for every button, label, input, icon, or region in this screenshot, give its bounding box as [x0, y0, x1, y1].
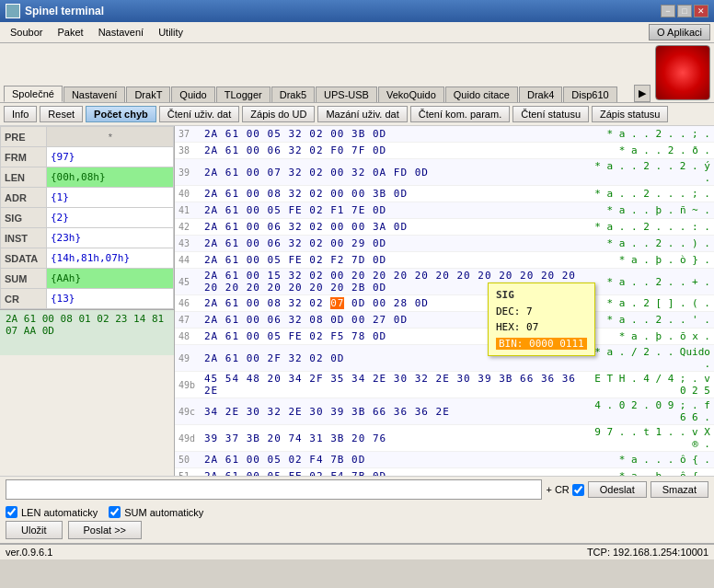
zapis-statusu-button[interactable]: Zápis statusu: [592, 106, 668, 122]
bottom-data-display: 2A 61 00 08 01 02 23 14 81 07 AA 0D: [0, 309, 174, 355]
hex-bytes: 2A 61 00 06 32 02 F0 7F 0D: [204, 144, 582, 156]
hex-row: 432A 61 00 06 32 02 00 29 0D* a . . 2 . …: [175, 236, 714, 252]
pre-value: *: [47, 127, 174, 147]
menu-utility[interactable]: Utility: [152, 24, 190, 40]
hex-row: 49c34 2E 30 32 2E 30 39 3B 66 36 36 2E4 …: [175, 398, 714, 425]
sdata-value[interactable]: {14h,81h,07h}: [47, 248, 174, 269]
ulozit-button[interactable]: Uložit: [6, 521, 63, 539]
tooltip-hex: HEX: 07: [496, 319, 587, 336]
command-input[interactable]: [6, 479, 542, 500]
len-value[interactable]: {00h,08h}: [47, 167, 174, 188]
hex-ascii: * a . . 2 . . 2 . ý .: [582, 160, 710, 184]
window-controls: − □ ✕: [661, 5, 708, 17]
highlighted-byte: 07: [330, 297, 344, 309]
tab-disp610[interactable]: Disp610: [563, 86, 616, 102]
menu-soubor[interactable]: Soubor: [4, 24, 49, 40]
hex-bytes: 2A 61 00 05 02 F4 7B 0D: [204, 454, 582, 466]
frm-row: FRM {97}: [1, 147, 174, 167]
odeslat-button[interactable]: Odeslat: [588, 481, 647, 498]
zapis-do-ud-button[interactable]: Zápis do UD: [242, 106, 315, 122]
hex-ascii: 9 7 . . t 1 . . v X ® .: [582, 426, 710, 450]
hex-ascii: * a . . . ô { .: [582, 454, 710, 466]
cteni-uziv-dat-button[interactable]: Čtení uživ. dat: [159, 106, 240, 122]
hex-ascii: * a . þ . ô { .: [582, 470, 710, 476]
hex-row: 382A 61 00 06 32 02 F0 7F 0D* a . . 2 . …: [175, 143, 714, 159]
hex-row: 412A 61 00 05 FE 02 F1 7E 0D* a . . þ . …: [175, 202, 714, 219]
hex-line-number: 37: [178, 129, 204, 139]
len-auto-checkbox[interactable]: [6, 506, 17, 518]
cteni-statusu-button[interactable]: Čtení statusu: [512, 106, 589, 122]
sig-label: SIG: [1, 208, 47, 228]
sig-value[interactable]: {2}: [47, 208, 174, 228]
adr-value[interactable]: {1}: [47, 188, 174, 208]
menu-nastaveni[interactable]: Nastavení: [92, 24, 151, 40]
inst-row: INST {23h}: [1, 228, 174, 248]
menu-paket[interactable]: Paket: [51, 24, 89, 40]
hex-bytes: 39 37 3B 20 74 31 3B 20 76: [204, 432, 582, 444]
hex-ascii: * a . . 2 . . . ; .: [582, 188, 710, 200]
smazat-button[interactable]: Smazat: [651, 481, 708, 498]
top-tab-bar: Společné Nastavení DrakT Quido TLogger D…: [0, 43, 714, 103]
tab-vekoquido[interactable]: VekoQuido: [378, 86, 444, 102]
tab-spolecne[interactable]: Společné: [4, 86, 63, 102]
hex-bytes: 2A 61 00 05 FE 02 F4 7B 0D: [204, 470, 582, 476]
hex-line-number: 49: [178, 353, 204, 363]
maximize-button[interactable]: □: [677, 5, 692, 17]
tooltip-bin-label: BIN: 0000 0111: [496, 338, 587, 350]
tab-arrow[interactable]: ▶: [634, 85, 651, 102]
tab-ups-usb[interactable]: UPS-USB: [316, 86, 377, 102]
hex-row: 49d39 37 3B 20 74 31 3B 20 769 7 . . t 1…: [175, 425, 714, 452]
hex-scroll[interactable]: 372A 61 00 05 32 02 00 3B 0D* a . . 2 . …: [175, 126, 714, 476]
logo-image: [655, 45, 710, 100]
inst-value[interactable]: {23h}: [47, 228, 174, 248]
hex-bytes: 2A 61 00 05 FE 02 F1 7E 0D: [204, 204, 582, 216]
hex-ascii: * a . . þ . ñ ~ .: [582, 204, 710, 216]
hex-row: 372A 61 00 05 32 02 00 3B 0D* a . . 2 . …: [175, 126, 714, 143]
tab-drak5[interactable]: Drak5: [271, 86, 315, 102]
reset-button[interactable]: Reset: [40, 106, 83, 122]
hex-line-number: 45: [178, 277, 204, 287]
tab-quido[interactable]: Quido: [171, 86, 214, 102]
checkbox-row: LEN automaticky SUM automaticky: [6, 506, 708, 518]
mazani-uziv-dat-button[interactable]: Mazání uživ. dat: [317, 106, 407, 122]
tab-drakt[interactable]: DrakT: [126, 86, 170, 102]
pocet-chyb-button[interactable]: Počet chyb: [86, 106, 156, 122]
cr-value[interactable]: {13}: [47, 289, 174, 309]
tab-drak4[interactable]: Drak4: [519, 86, 562, 102]
hex-line-number: 39: [178, 167, 204, 178]
sum-value[interactable]: {AAh}: [47, 269, 174, 289]
hex-ascii: * a . . 2 . . ) .: [582, 237, 710, 249]
hex-row: 492A 61 00 2F 32 02 0D* a . / 2 . . Quid…: [175, 345, 714, 372]
hex-line-number: 49b: [178, 380, 204, 390]
tab-tlogger[interactable]: TLogger: [216, 86, 271, 102]
hex-row: 49b45 54 48 20 34 2F 35 34 2E 30 32 2E 3…: [175, 372, 714, 398]
hex-line-number: 48: [178, 331, 204, 341]
sum-auto-checkbox-label[interactable]: SUM automaticky: [109, 506, 203, 518]
len-auto-label: LEN automaticky: [21, 507, 98, 518]
hex-row: 402A 61 00 08 32 02 00 00 3B 0D* a . . 2…: [175, 186, 714, 202]
frm-value[interactable]: {97}: [47, 147, 174, 167]
info-button[interactable]: Info: [4, 106, 37, 122]
tooltip-dec: DEC: 7: [496, 304, 587, 320]
sum-auto-checkbox[interactable]: [109, 506, 121, 518]
about-button[interactable]: O Aplikaci: [649, 24, 710, 40]
cr-label: CR: [1, 289, 47, 309]
len-row: LEN {00h,08h}: [1, 167, 174, 188]
len-label: LEN: [1, 167, 47, 188]
left-panel: PRE * FRM {97} LEN {00h,08h} ADR {1} SIG…: [0, 126, 175, 476]
cr-row: CR {13}: [1, 289, 174, 309]
sdata-row: SDATA {14h,81h,07h}: [1, 248, 174, 269]
tab-nastaveni[interactable]: Nastavení: [63, 86, 126, 102]
cteni-kom-param-button[interactable]: Čtení kom. param.: [410, 106, 510, 122]
cr-checkbox[interactable]: [572, 484, 584, 496]
tab-quido-citace[interactable]: Quido citace: [445, 86, 518, 102]
hex-bytes: 2A 61 00 06 32 02 00 29 0D: [204, 237, 582, 249]
poslat-button[interactable]: Poslat >>: [68, 521, 142, 539]
len-auto-checkbox-label[interactable]: LEN automaticky: [6, 506, 98, 518]
hex-row: 512A 61 00 05 FE 02 F4 7B 0D* a . þ . ô …: [175, 468, 714, 476]
close-button[interactable]: ✕: [694, 5, 708, 17]
minimize-button[interactable]: −: [661, 5, 675, 17]
status-bar: ver.0.9.6.1 TCP: 192.168.1.254:10001: [0, 543, 714, 559]
sum-auto-label: SUM automaticky: [124, 507, 203, 518]
hex-ascii: * a . . 2 . . + .: [582, 276, 710, 288]
